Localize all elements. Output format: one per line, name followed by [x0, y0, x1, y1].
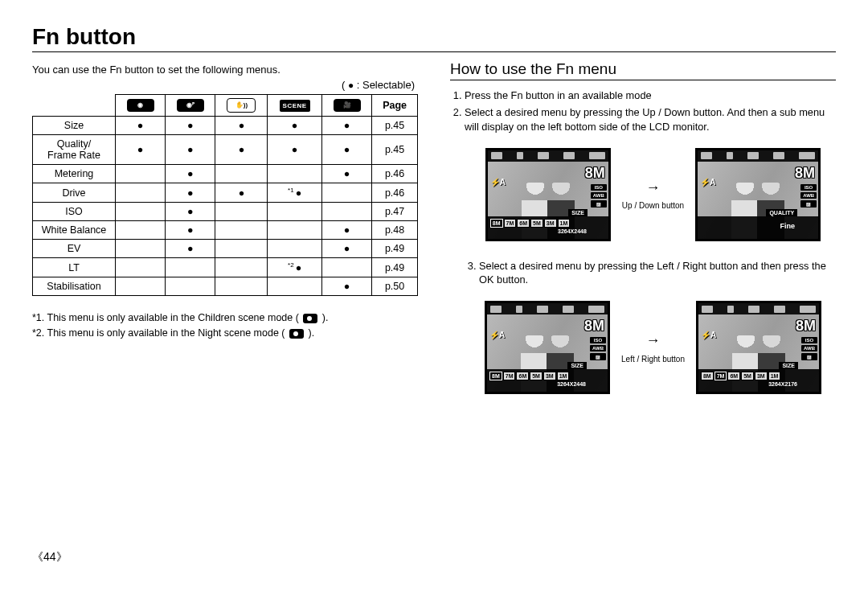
table-cell: ●: [215, 135, 268, 165]
table-cell: [116, 221, 166, 240]
row-label: Metering: [33, 165, 116, 183]
table-cell: [116, 258, 166, 277]
screenshot-row-2: 8M⚡AISOAWB▨SIZE8M7M6M5M3M1M3264X2448 → L…: [470, 301, 836, 394]
table-cell: ●: [116, 117, 166, 135]
subheading: How to use the Fn menu: [450, 60, 836, 78]
row-label: Drive: [33, 183, 116, 203]
row-label: EV: [33, 240, 116, 258]
arrow-leftright: → Left / Right button: [621, 331, 685, 364]
table-cell: [215, 203, 268, 221]
step-3: Select a desired menu by pressing the Le…: [479, 259, 836, 287]
lcd-screenshot-size-3: 8M⚡AISOAWB▨SIZE8M7M6M5M3M1M3264X2176: [696, 301, 821, 394]
title-rule: [32, 51, 836, 52]
table-row: Quality/Frame Rate●●●●●p.45: [33, 135, 418, 165]
table-cell: ●: [166, 203, 215, 221]
row-label: Size: [33, 117, 116, 135]
table-cell: [166, 258, 215, 277]
steps-list-2: Select a desired menu by pressing the Le…: [465, 259, 836, 287]
children-scene-icon: [303, 314, 317, 323]
table-row: Drive●●*1●p.46: [33, 183, 418, 203]
table-cell: ●: [268, 117, 322, 135]
sub-rule: [450, 80, 836, 80]
page-cell: p.49: [372, 240, 418, 258]
table-cell: ●: [321, 277, 371, 296]
table-row: Size●●●●●p.45: [33, 117, 418, 135]
table-cell: [268, 165, 322, 183]
table-cell: ●: [166, 240, 215, 258]
table-cell: ●: [166, 221, 215, 240]
table-cell: ●: [166, 135, 215, 165]
mode-program-icon: ◉ᴾ: [166, 95, 215, 117]
menu-table: ◉ ◉ᴾ ✋)) SCENE 🎥 Page Size●●●●●p.45Quali…: [32, 94, 418, 296]
step-1: Press the Fn button in an available mode: [465, 88, 836, 102]
table-cell: [116, 203, 166, 221]
table-cell: [116, 240, 166, 258]
table-cell: ●: [166, 183, 215, 203]
table-cell: [215, 277, 268, 296]
footnotes: *1. This menu is only available in the C…: [32, 310, 418, 341]
table-cell: [166, 277, 215, 296]
table-cell: ●: [321, 240, 371, 258]
lcd-screenshot-size-2: 8M⚡AISOAWB▨SIZE8M7M6M5M3M1M3264X2448: [485, 301, 610, 394]
page-header: Page: [372, 95, 418, 117]
row-label: LT: [33, 258, 116, 277]
table-cell: [321, 258, 371, 277]
table-cell: [215, 258, 268, 277]
table-row: Metering●●p.46: [33, 165, 418, 183]
table-cell: [116, 277, 166, 296]
table-cell: [268, 203, 322, 221]
page-cell: p.45: [372, 135, 418, 165]
right-column: How to use the Fn menu Press the Fn butt…: [450, 60, 836, 565]
table-cell: [215, 240, 268, 258]
table-row: LT*2●p.49: [33, 258, 418, 277]
page-cell: p.46: [372, 183, 418, 203]
row-label: Stabilisation: [33, 277, 116, 296]
page-title: Fn button: [32, 24, 836, 50]
mode-movie-icon: 🎥: [321, 95, 371, 117]
table-cell: ●: [215, 183, 268, 203]
table-row: ISO●p.47: [33, 203, 418, 221]
table-cell: [268, 277, 322, 296]
table-row: Stabilisation●p.50: [33, 277, 418, 296]
legend: ( ● : Selectable): [32, 79, 418, 91]
arrow-updown: → Up / Down button: [622, 179, 684, 211]
lcd-screenshot-quality: 8M⚡AISOAWB▨QUALITYFine: [695, 148, 821, 241]
row-label: White Balance: [33, 221, 116, 240]
table-cell: [116, 165, 166, 183]
screenshot-row-1: 8M⚡AISOAWB▨SIZE8M7M6M5M3M1M3264X2448 → U…: [470, 148, 836, 241]
intro-text: You can use the Fn button to set the fol…: [32, 64, 418, 76]
mode-auto-icon: ◉: [116, 95, 166, 117]
table-cell: *1●: [268, 183, 322, 203]
arrow-icon: →: [621, 331, 685, 350]
table-cell: [321, 183, 371, 203]
table-cell: ●: [321, 165, 371, 183]
table-cell: [215, 165, 268, 183]
footnote-1: *1. This menu is only available in the C…: [32, 310, 418, 326]
page-cell: p.45: [372, 117, 418, 135]
footnote-2: *2. This menu is only available in the N…: [32, 326, 418, 341]
table-cell: ●: [321, 117, 371, 135]
page-cell: p.47: [372, 203, 418, 221]
step-2: Select a desired menu by pressing the Up…: [465, 105, 836, 134]
steps-list: Press the Fn button in an available mode…: [450, 88, 836, 134]
table-cell: [116, 183, 166, 203]
table-cell: ●: [321, 135, 371, 165]
table-cell: ●: [166, 117, 215, 135]
table-cell: [268, 221, 322, 240]
arrow-icon: →: [622, 179, 684, 197]
table-row: EV●●p.49: [33, 240, 418, 258]
night-scene-icon: [289, 329, 304, 339]
table-cell: ●: [268, 135, 322, 165]
table-cell: ●: [321, 221, 371, 240]
table-cell: [215, 221, 268, 240]
page-cell: p.50: [372, 277, 418, 296]
page-cell: p.49: [372, 258, 418, 277]
table-cell: ●: [215, 117, 268, 135]
row-label: Quality/Frame Rate: [33, 135, 116, 165]
page-cell: p.48: [372, 221, 418, 240]
mode-dis-icon: ✋)): [215, 95, 268, 117]
table-cell: [321, 203, 371, 221]
row-label: ISO: [33, 203, 116, 221]
table-cell: ●: [116, 135, 166, 165]
table-cell: *2●: [268, 258, 322, 277]
